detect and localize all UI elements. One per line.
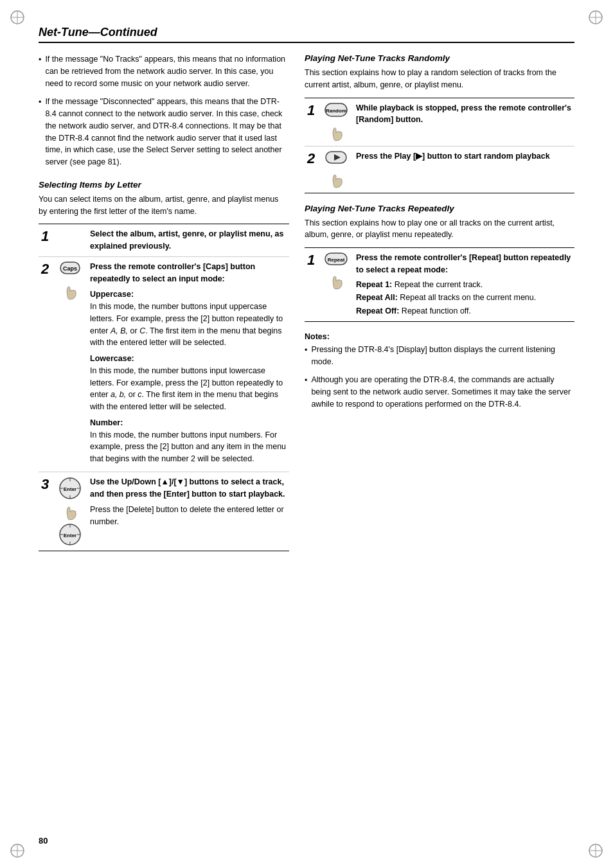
step-text-bold-1: Select the album, artist, genre, or play… (90, 229, 283, 251)
selecting-section-title: Selecting Items by Letter (39, 180, 289, 190)
random-section-title: Playing Net-Tune Tracks Randomly (305, 53, 574, 63)
step-icon-1 (53, 224, 87, 257)
page-title: Net-Tune—Continued (39, 26, 574, 39)
page-header: Net-Tune—Continued (39, 26, 574, 43)
bullet-symbol-1: • (39, 54, 41, 89)
repeat-section-desc: This section explains how to play one or… (305, 217, 574, 242)
bullet-text-1: If the message "No Tracks" appears, this… (45, 53, 289, 89)
step-icon-2: Caps (53, 256, 87, 472)
table-row: 2 Caps (39, 256, 289, 472)
repeat-step-text-1: Press the remote controller's [Repeat] b… (353, 248, 574, 322)
random-step-text-2: Press the Play [▶] button to start rando… (353, 146, 574, 193)
notes-bullet-2: • (305, 375, 307, 410)
number-text: In this mode, the number buttons input n… (90, 429, 287, 465)
table-row: 3 Enter (39, 472, 289, 551)
repeat-step-bold-1: Press the remote controller's [Repeat] b… (356, 253, 571, 274)
lowercase-label: Lowercase: (90, 353, 287, 365)
step-text-bold-2: Press the remote controller's [Caps] but… (90, 262, 255, 283)
svg-text:Enter: Enter (64, 486, 76, 492)
random-step-icon-2 (319, 146, 353, 193)
step-number-2: 2 (39, 256, 53, 472)
step-icon-3: Enter (53, 472, 87, 551)
step-number-1: 1 (39, 224, 53, 257)
table-row: 1 Repeat Press the (305, 248, 574, 322)
bullet-symbol-2: • (39, 96, 41, 168)
table-row: 2 Press the Play [ (305, 146, 574, 193)
page: Net-Tune—Continued • If the message "No … (0, 0, 613, 868)
caps-icon: Caps (55, 261, 85, 301)
number-label: Number: (90, 417, 287, 429)
step-text-bold-3: Use the Up/Down [▲]/[▼] buttons to selec… (90, 477, 285, 499)
step-text-3: Use the Up/Down [▲]/[▼] buttons to selec… (87, 472, 289, 551)
notes-text-1: Pressing the DTR-8.4's [Display] button … (311, 344, 574, 368)
random-steps-table: 1 Random While play (305, 98, 574, 193)
bullet-item-1: • If the message "No Tracks" appears, th… (39, 53, 289, 89)
bullet-list: • If the message "No Tracks" appears, th… (39, 53, 289, 168)
table-row: 1 Select the album, artist, genre, or pl… (39, 224, 289, 257)
repeat-section-title: Playing Net-Tune Tracks Repeatedly (305, 204, 574, 213)
repeat-step-icon-1: Repeat (319, 248, 353, 322)
repeat-icon: Repeat (321, 252, 351, 290)
notes-title: Notes: (305, 332, 574, 341)
delete-note: Press the [Delete] button to delete the … (90, 504, 287, 528)
selecting-steps-table: 1 Select the album, artist, genre, or pl… (39, 224, 289, 551)
notes-item-1: • Pressing the DTR-8.4's [Display] butto… (305, 344, 574, 368)
random-icon: Random (321, 102, 351, 142)
svg-text:Enter: Enter (64, 533, 76, 538)
random-step-text-1: While playback is stopped, press the rem… (353, 98, 574, 146)
uppercase-text: In this mode, the number buttons input u… (90, 301, 287, 349)
play-icon (321, 150, 351, 189)
random-step-bold-1: While playback is stopped, press the rem… (356, 103, 571, 125)
svg-text:Caps: Caps (63, 265, 77, 272)
random-step-num-1: 1 (305, 98, 319, 146)
repeat-steps-table: 1 Repeat Press the (305, 247, 574, 322)
repeat-all-text: Repeat All: Repeat all tracks on the cur… (356, 292, 572, 304)
two-column-layout: • If the message "No Tracks" appears, th… (39, 53, 574, 562)
enter-icon: Enter (55, 476, 85, 547)
page-number: 80 (39, 836, 48, 846)
random-step-num-2: 2 (305, 146, 319, 193)
step-number-3: 3 (39, 472, 53, 551)
repeat-off-text: Repeat Off: Repeat function off. (356, 305, 572, 317)
table-row: 1 Random While play (305, 98, 574, 146)
random-section-desc: This section explains how to play a rand… (305, 67, 574, 91)
lowercase-text: In this mode, the number buttons input l… (90, 365, 287, 413)
notes-section: Notes: • Pressing the DTR-8.4's [Display… (305, 332, 574, 411)
bullet-item-2: • If the message "Disconnected" appears,… (39, 96, 289, 168)
notes-text-2: Although you are operating the DTR-8.4, … (311, 374, 574, 410)
selecting-section-desc: You can select items on the album, artis… (39, 193, 289, 218)
step-text-1: Select the album, artist, genre, or play… (87, 224, 289, 257)
svg-text:Random: Random (326, 108, 346, 114)
left-column: • If the message "No Tracks" appears, th… (39, 53, 289, 562)
random-step-icon-1: Random (319, 98, 353, 146)
svg-text:Repeat: Repeat (328, 257, 345, 263)
right-column: Playing Net-Tune Tracks Randomly This se… (305, 53, 574, 562)
notes-item-2: • Although you are operating the DTR-8.4… (305, 374, 574, 410)
repeat1-text: Repeat 1: Repeat the current track. (356, 279, 572, 291)
notes-bullet-1: • (305, 344, 307, 368)
step-text-2: Press the remote controller's [Caps] but… (87, 256, 289, 472)
bullet-text-2: If the message "Disconnected" appears, t… (45, 96, 289, 168)
random-step-bold-2: Press the Play [▶] button to start rando… (356, 152, 550, 161)
repeat-step-num-1: 1 (305, 248, 319, 322)
uppercase-label: Uppercase: (90, 288, 287, 301)
